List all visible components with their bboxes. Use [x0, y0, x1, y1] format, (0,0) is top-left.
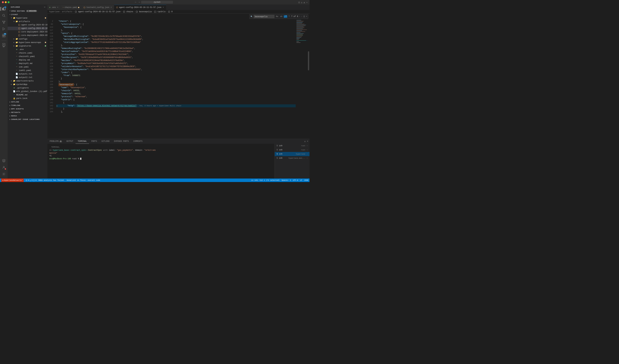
terminal-instance-4[interactable]: $ zsh hyperlane-mon... › [275, 156, 310, 160]
scrollbar[interactable] [308, 20, 310, 139]
npm-scripts-section[interactable]: ▶ NPM SCRIPTS [8, 107, 47, 110]
terminal-main[interactable]: TERMINAL in hyperlane_base::contract_syn… [47, 144, 275, 178]
tree-item-yarn-lock[interactable]: 🔒 yarn.lock [8, 96, 47, 100]
tree-item-signatures[interactable]: ▶ 📁 signatures [8, 44, 47, 48]
tab-agent-config[interactable]: {} agent-config-2024-03-16-11-51-57.json… [114, 5, 166, 10]
tree-item-deployv1-md[interactable]: ~ deployV1.md [8, 62, 47, 65]
breadcrumb-rpcurls[interactable]: [] rpcUrls [154, 11, 166, 13]
tree-item-agent-config-2[interactable]: {} agent-config-2024-03-16-11-51-57.json [8, 27, 47, 30]
find-opt-word[interactable]: ab [280, 15, 283, 18]
more-icon[interactable]: ⋯ [306, 1, 308, 4]
find-next[interactable]: ↓ [301, 15, 302, 18]
layout2-icon[interactable]: ◬ [301, 1, 302, 4]
panel-tab-exposed-ports[interactable]: EXPOSED PORTS [112, 139, 131, 144]
project-section[interactable]: ▼ ZYCKET [8, 13, 47, 16]
status-sonar[interactable]: SonarLint in focus: overall code [67, 179, 100, 181]
activity-codegpt[interactable]: GPT [1, 41, 7, 48]
find-list[interactable]: ☰ [303, 15, 305, 18]
global-search-box[interactable]: zycket [141, 1, 173, 4]
tree-item-deploy-md[interactable]: ~ deploy.md [8, 58, 47, 62]
find-opt-regex[interactable]: .* [284, 15, 287, 18]
tree-item-hyperlane[interactable]: ▼ 📁 hyperlane [8, 16, 47, 20]
tree-item-ism-yaml[interactable]: ~ ism.yaml [8, 65, 47, 69]
tree-item-chains-yaml[interactable]: ~ chains.yaml [8, 51, 47, 55]
activity-run[interactable] [1, 26, 7, 32]
timeline-section[interactable]: ▶ TIMELINE [8, 104, 47, 107]
activity-remote[interactable] [1, 158, 7, 164]
breadcrumb-json[interactable]: {} agent-config-2024-03-16-11-51-57.json [75, 11, 121, 13]
status-language[interactable]: JSON [304, 179, 308, 181]
status-encoding[interactable]: UTF-8 [293, 179, 298, 181]
sidebar-more-button[interactable]: ⋯ [44, 6, 45, 8]
layout3-icon[interactable]: ◭ [304, 1, 305, 4]
open-editors-section[interactable]: ▼ OPEN EDITORS 1 unsaved [8, 9, 47, 13]
find-prev[interactable]: ↑ [299, 15, 300, 18]
activity-source-control[interactable] [1, 19, 7, 26]
panel-tab-ports[interactable]: PORTS [89, 139, 99, 144]
terminal-instance-2[interactable]: $ zsh rust › [275, 148, 310, 152]
status-analysis[interactable]: RHDA analysis has failed. [39, 179, 65, 181]
tree-item-monorepo[interactable]: ▶ 📁 hyperlane-monorepo [8, 41, 47, 44]
layout-icon[interactable]: ◫ [298, 1, 300, 4]
tree-item-smartcontracts[interactable]: ▶ 📁 smartcontracts [8, 79, 47, 82]
activity-settings[interactable] [1, 171, 7, 177]
tree-item-output1[interactable]: 📄 output1.txt [8, 72, 47, 76]
back-arrow[interactable]: ← [135, 1, 137, 4]
panel-tab-gitlens[interactable]: GITLENS [99, 139, 112, 144]
tree-item-agent-config-1[interactable]: {} agent-config-2024-03-16-11-23-25.json [8, 23, 47, 27]
minimize-button[interactable] [5, 1, 7, 3]
status-errors[interactable]: ⓧ 0 △ 4 ⓘ 0 [26, 179, 36, 182]
tree-item-env[interactable]: ⚙ .env [8, 48, 47, 51]
outline-section[interactable]: ▶ OUTLINE [8, 100, 47, 104]
find-opt-question[interactable]: ? [288, 15, 290, 18]
panel-tab-problems[interactable]: PROBLEMS 4 [47, 139, 64, 144]
tree-item-zycketapp[interactable]: ▶ 📁 zycketApp [8, 82, 47, 86]
panel-tab-terminal[interactable]: TERMINAL [75, 139, 89, 144]
tree-item-output2[interactable]: 📄 output2.txt [8, 76, 47, 79]
remix-section[interactable]: ▶ REMIX [8, 114, 47, 118]
terminal-instance-3[interactable]: $ zsh hyperlane › [275, 152, 310, 156]
tab-chains-yaml[interactable]: ~ chains.yaml [61, 5, 82, 10]
tab-testnet4[interactable]: {} testnet4_config.json × [81, 5, 114, 10]
activity-search[interactable] [1, 12, 7, 19]
close-button[interactable] [2, 1, 4, 3]
find-input[interactable] [254, 15, 274, 18]
tree-item-pdf[interactable]: 📄 eth_global_london (1).pdf [8, 90, 47, 93]
tree-item-configs[interactable]: ▶ 📁 configs [8, 37, 47, 41]
panel-close[interactable]: × [307, 140, 308, 143]
env-tab-close[interactable]: × [57, 6, 58, 9]
panel-tab-output[interactable]: OUTPUT [64, 139, 75, 144]
forward-arrow[interactable]: → [139, 1, 140, 4]
testnet4-tab-close[interactable]: × [110, 6, 112, 9]
sonarlint-section[interactable]: ▶ SONARLINT ISSUE LOCATIONS [8, 118, 47, 121]
find-close[interactable]: × [306, 15, 307, 18]
activity-explorer[interactable]: 1 [1, 6, 7, 12]
tree-item-gitignore[interactable]: ⚙ .gitignore [8, 86, 47, 90]
tab-env[interactable]: ⚙ .env × [47, 5, 61, 10]
activity-accounts[interactable] [1, 164, 7, 171]
breadcrumb-hyperlane[interactable]: hyperlane [49, 11, 60, 13]
breadcrumb-artifacts[interactable]: artifacts [62, 11, 72, 13]
metadata-section[interactable]: ▶ METADATA [8, 110, 47, 114]
tree-item-artifacts[interactable]: ▼ 📁 artifacts [8, 20, 47, 23]
tree-item-readme[interactable]: ~ README.md [8, 93, 47, 96]
tree-item-core-deployment-2[interactable]: {} core-deployment-2024-03-16-11-51-57.j… [8, 34, 47, 37]
status-position[interactable]: Ln 143, Col 1 (71 selected) [251, 179, 280, 181]
panel-tab-comments[interactable]: COMMENTS [131, 139, 145, 144]
panel-collapse[interactable]: ∧ [304, 140, 306, 143]
scrollbar-thumb[interactable] [308, 51, 309, 70]
status-eol[interactable]: LF [300, 179, 302, 181]
terminal-instance-1[interactable]: $ zsh rust › [275, 144, 310, 148]
status-spaces[interactable]: Spaces: 2 [281, 179, 291, 181]
maximize-button[interactable] [8, 1, 10, 3]
agent-config-tab-close[interactable]: × [162, 6, 164, 9]
tree-item-chainsv1-yaml[interactable]: ~ chainsV1.yaml [8, 55, 47, 58]
breadcrumb-chains[interactable]: {} chains [123, 11, 133, 13]
tree-item-core-deployment-1[interactable]: {} core-deployment-2024-03-16-11-23-25.j… [8, 30, 47, 34]
find-opt-case[interactable]: Aa [275, 15, 279, 18]
status-remote[interactable]: ⌫ HyperlaneNetworks* [1, 178, 24, 182]
tree-item-ismv1-yaml[interactable]: ~ ismV1.yaml [8, 69, 47, 72]
breadcrumb-basesepolia[interactable]: {} basesepolia [136, 11, 152, 13]
activity-extensions[interactable]: 58 [1, 32, 7, 39]
breadcrumb-0[interactable]: {} 0 [168, 11, 173, 13]
